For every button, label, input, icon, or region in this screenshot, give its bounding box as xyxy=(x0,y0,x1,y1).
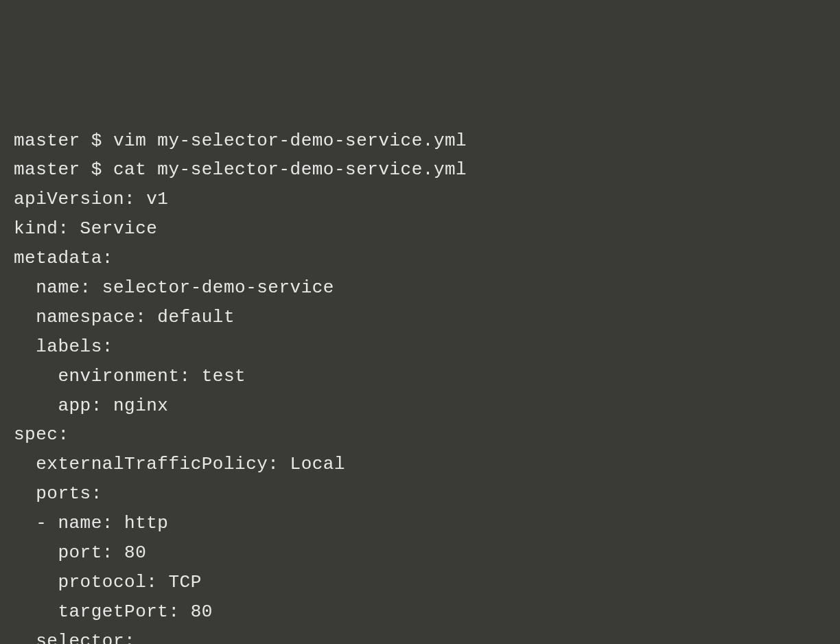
terminal-line: - name: http xyxy=(14,513,168,533)
terminal-line: port: 80 xyxy=(14,542,146,563)
terminal-line: targetPort: 80 xyxy=(14,601,213,622)
terminal-line: namespace: default xyxy=(14,307,235,327)
terminal-line: app: nginx xyxy=(14,395,168,416)
terminal-line: master $ vim my-selector-demo-service.ym… xyxy=(14,130,467,151)
terminal-line: protocol: TCP xyxy=(14,572,202,593)
terminal-line: ports: xyxy=(14,483,102,504)
terminal-line: apiVersion: v1 xyxy=(14,189,168,209)
terminal-line: externalTrafficPolicy: Local xyxy=(14,454,345,474)
terminal-line: metadata: xyxy=(14,248,113,268)
terminal-line: kind: Service xyxy=(14,218,157,239)
terminal-line: spec: xyxy=(14,424,69,445)
terminal-output[interactable]: master $ vim my-selector-demo-service.ym… xyxy=(14,126,826,644)
terminal-line: selector: xyxy=(14,631,135,644)
terminal-line: name: selector-demo-service xyxy=(14,277,334,298)
terminal-line: environment: test xyxy=(14,366,246,387)
terminal-line: master $ cat my-selector-demo-service.ym… xyxy=(14,159,467,180)
terminal-line: labels: xyxy=(14,336,113,357)
